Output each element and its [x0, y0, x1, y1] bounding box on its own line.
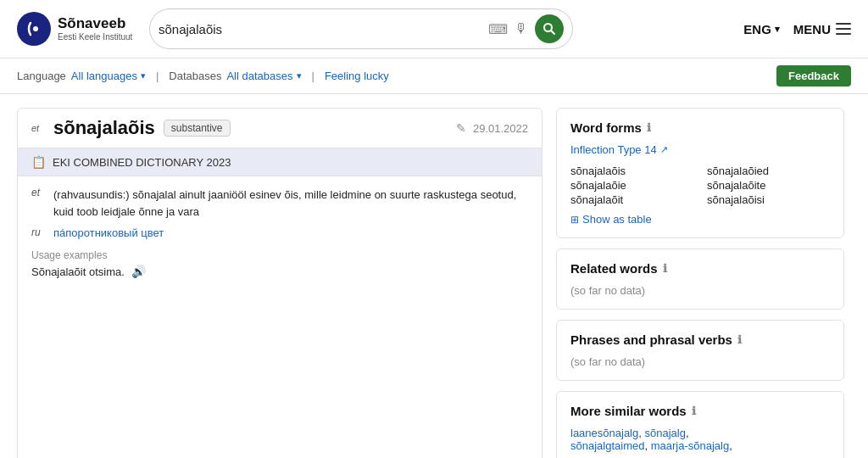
word-form-3: sõnajalaõie [570, 179, 693, 192]
word-forms-grid: sõnajalaõis sõnajalaõied sõnajalaõie sõn… [570, 165, 830, 206]
lang-selector[interactable]: ENG ▾ [743, 22, 780, 36]
logo-subtitle: Eesti Keele Instituut [58, 32, 132, 42]
table-icon: ⊞ [570, 214, 579, 226]
logo-title: Sõnaveeb [58, 15, 132, 32]
menu-button[interactable]: MENU [793, 22, 851, 36]
similar-word-4[interactable]: maarja-sõnajalg [651, 439, 730, 452]
databases-label: Databases [169, 70, 221, 82]
word-form-1: sõnajalaõis [570, 165, 693, 177]
dictionary-name: EKI COMBINED DICTIONARY 2023 [53, 156, 231, 169]
logo-icon [17, 12, 51, 46]
toolbar-separator-2: | [312, 70, 314, 82]
svg-rect-5 [836, 33, 851, 35]
lang-label: ENG [743, 22, 771, 36]
show-table-link[interactable]: ⊞ Show as table [570, 213, 830, 226]
inflection-type-link[interactable]: Inflection Type 14 ↗ [570, 143, 830, 156]
keyboard-icon[interactable]: ⌨ [488, 21, 508, 37]
definition-area: et (rahvausundis:) sõnajalal ainult jaan… [18, 176, 542, 288]
related-words-section: Related words ℹ (so far no data) [556, 249, 844, 310]
word-form-2: sõnajalaõied [707, 165, 830, 177]
word-forms-info-icon[interactable]: ℹ [647, 121, 651, 134]
similar-words-info-icon[interactable]: ℹ [692, 405, 696, 417]
all-languages-chevron-icon[interactable]: ▾ [141, 70, 146, 81]
phrases-title: Phrases and phrasal verbs ℹ [570, 332, 830, 347]
main-content: et sõnajalaõis substantive ✎ 29.01.2022 … [0, 94, 868, 458]
translation-link[interactable]: пáпоротниковый цвет [53, 226, 164, 239]
search-button[interactable] [535, 14, 564, 43]
left-panel: et sõnajalaõis substantive ✎ 29.01.2022 … [17, 108, 542, 458]
logo-text: Sõnaveeb Eesti Keele Instituut [58, 15, 132, 42]
usage-example: Sõnajalaõit otsima. 🔊 [31, 265, 528, 278]
similar-word-1[interactable]: laanesõnajalg [570, 427, 638, 439]
all-languages-link[interactable]: All languages [71, 70, 137, 82]
similar-words-list: laanesõnajalg, sõnajalg, sõnajalgtaimed,… [570, 427, 830, 452]
edit-icon[interactable]: ✎ [456, 121, 466, 135]
all-databases-chevron-icon[interactable]: ▾ [297, 70, 302, 81]
feeling-lucky-link[interactable]: Feeling lucky [325, 70, 389, 82]
inflection-type-label: Inflection Type 14 [570, 143, 657, 156]
menu-label: MENU [793, 22, 831, 36]
toolbar: Language All languages ▾ | Databases All… [0, 59, 868, 94]
usage-label: Usage examples [31, 249, 528, 261]
book-icon: 📋 [31, 155, 46, 169]
search-area: ⌨ 🎙 [149, 8, 573, 49]
trans-lang-badge: ru [31, 226, 45, 239]
microphone-icon[interactable]: 🎙 [515, 21, 528, 36]
feedback-button[interactable]: Feedback [776, 65, 851, 87]
word-title: sõnajalaõis [53, 117, 155, 139]
def-lang-badge: et [31, 187, 45, 220]
all-databases-link[interactable]: All databases [226, 70, 292, 82]
usage-example-text: Sõnajalaõit otsima. [31, 265, 125, 278]
entry-lang-badge: et [31, 123, 45, 133]
similar-word-3[interactable]: sõnajalgtaimed [570, 439, 644, 452]
language-label: Language [17, 70, 66, 82]
lang-chevron-icon: ▾ [775, 24, 780, 35]
word-header-right: ✎ 29.01.2022 [456, 121, 528, 135]
search-input[interactable] [159, 22, 481, 36]
related-words-title: Related words ℹ [570, 261, 830, 276]
word-form-5: sõnajalaõit [570, 193, 693, 206]
right-panel: Word forms ℹ Inflection Type 14 ↗ sõnaja… [556, 108, 844, 458]
phrases-info-icon[interactable]: ℹ [737, 333, 742, 346]
definition-text: (rahvausundis:) sõnajalal ainult jaaniöö… [53, 187, 528, 220]
external-link-icon: ↗ [660, 144, 668, 155]
svg-line-2 [551, 31, 554, 34]
svg-point-0 [33, 26, 38, 31]
translation-row: ru пáпоротниковый цвет [31, 226, 528, 239]
phrases-section: Phrases and phrasal verbs ℹ (so far no d… [556, 320, 844, 381]
hamburger-icon [836, 23, 851, 35]
similar-words-section: More similar words ℹ laanesõnajalg, sõna… [556, 391, 844, 458]
show-table-label: Show as table [582, 213, 652, 226]
dictionary-label: 📋 EKI COMBINED DICTIONARY 2023 [18, 148, 542, 176]
word-form-4: sõnajalaõite [707, 179, 830, 192]
similar-words-title: More similar words ℹ [570, 404, 830, 418]
related-words-info-icon[interactable]: ℹ [663, 262, 667, 275]
svg-rect-4 [836, 28, 851, 30]
phrases-no-data: (so far no data) [570, 355, 830, 368]
header: Sõnaveeb Eesti Keele Instituut ⌨ 🎙 ENG ▾… [0, 0, 868, 59]
toolbar-separator: | [156, 70, 159, 82]
usage-section: Usage examples Sõnajalaõit otsima. 🔊 [31, 249, 528, 278]
svg-rect-3 [836, 23, 851, 25]
audio-icon[interactable]: 🔊 [131, 265, 146, 278]
logo-area: Sõnaveeb Eesti Keele Instituut [17, 12, 136, 46]
word-forms-title: Word forms ℹ [570, 120, 830, 135]
word-type-badge: substantive [164, 120, 231, 137]
header-right: ENG ▾ MENU [743, 22, 851, 36]
word-form-6: sõnajalaõisi [707, 193, 830, 206]
word-header: et sõnajalaõis substantive ✎ 29.01.2022 [18, 109, 542, 148]
similar-word-2[interactable]: sõnajalg [644, 427, 685, 439]
word-forms-section: Word forms ℹ Inflection Type 14 ↗ sõnaja… [556, 108, 844, 238]
word-date: 29.01.2022 [473, 122, 528, 135]
related-words-no-data: (so far no data) [570, 284, 830, 297]
definition-row: et (rahvausundis:) sõnajalal ainult jaan… [31, 187, 528, 220]
